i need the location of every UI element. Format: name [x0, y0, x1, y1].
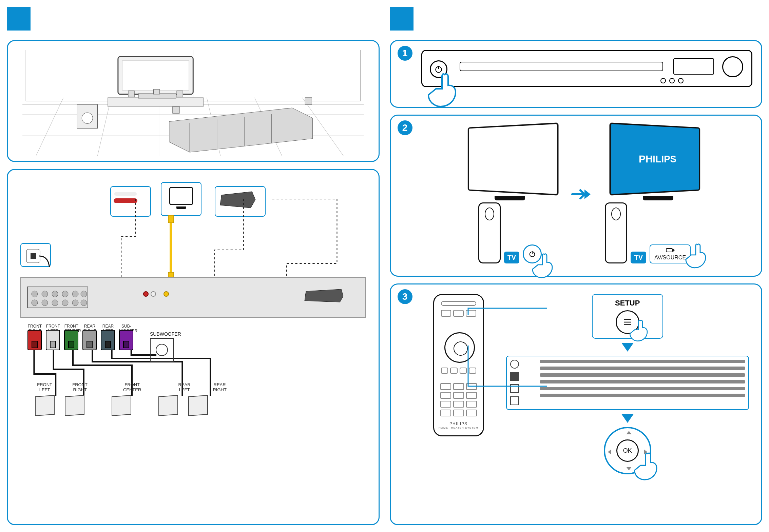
svg-marker-45	[305, 289, 343, 302]
panel-room-layout	[7, 40, 380, 162]
svg-rect-12	[122, 61, 189, 90]
setup-menu-screen	[506, 356, 749, 410]
svg-point-38	[81, 291, 87, 297]
svg-point-43	[72, 300, 78, 306]
speaker-labels-row: FRONT LEFT FRONT RIGHT FRONT CENTER REAR…	[35, 382, 230, 392]
subwoofer-label: SUBWOOFER	[150, 331, 181, 337]
display-panel	[673, 58, 714, 75]
next-icon[interactable]	[678, 78, 684, 83]
panel-step-2: 2 TV	[390, 115, 763, 277]
svg-rect-15	[128, 91, 134, 97]
svg-point-35	[52, 291, 58, 297]
remote-brand: PHILIPS	[434, 421, 483, 426]
tv-badge: TV	[504, 252, 520, 263]
tv-on: PHILIPS	[609, 122, 700, 196]
connector-front-right	[27, 330, 42, 350]
speaker-label: FRONT CENTER	[122, 382, 142, 392]
speaker-rear-left	[158, 395, 178, 416]
panel-wiring: FRONT RIGHT FRONT LEFT FRONT CENTER REAR…	[7, 169, 380, 525]
remote-keypad[interactable]	[440, 383, 477, 424]
arrow-down-icon	[621, 343, 634, 352]
connector-front-center	[64, 330, 78, 350]
right-step-header	[390, 7, 763, 31]
speaker-rear-right	[188, 395, 208, 416]
remote-mini	[605, 202, 627, 263]
speaker-label: REAR RIGHT	[210, 382, 230, 392]
tv-badge: TV	[631, 252, 646, 263]
svg-point-42	[62, 300, 68, 306]
prev-icon[interactable]	[660, 78, 666, 83]
ok-dial[interactable]: OK	[604, 427, 651, 474]
transport-controls	[660, 78, 684, 83]
svg-point-44	[81, 300, 87, 306]
hand-press-icon	[531, 253, 558, 280]
panel-step-3: 3	[390, 283, 763, 525]
hand-press-icon	[632, 452, 663, 482]
menu-speaker-icon	[510, 372, 519, 381]
speaker-front-right	[65, 395, 84, 416]
svg-point-36	[62, 291, 68, 297]
connector-rear-right	[82, 330, 97, 350]
connector-front-left	[46, 330, 60, 350]
menu-pref-icon	[510, 396, 519, 405]
speaker-label: REAR LEFT	[175, 382, 194, 392]
room-illustration	[13, 46, 373, 156]
menu-gear-icon	[510, 360, 519, 369]
connector-rear-left	[101, 330, 115, 350]
chevron-up-icon	[626, 431, 632, 434]
menu-display-icon	[510, 384, 519, 393]
panel-step-1: 1	[390, 40, 763, 108]
player-back-panel	[20, 277, 366, 318]
right-page: 1 2	[390, 7, 763, 525]
speaker-front-left	[35, 395, 55, 416]
step-badge-1: 1	[398, 46, 412, 61]
svg-point-41	[52, 300, 58, 306]
disc-slot[interactable]	[460, 62, 664, 71]
play-icon[interactable]	[669, 78, 675, 83]
left-page: FRONT RIGHT FRONT LEFT FRONT CENTER REAR…	[7, 7, 380, 525]
hand-press-icon	[628, 319, 652, 343]
left-step-header	[7, 7, 380, 31]
speaker-label: FRONT RIGHT	[70, 382, 90, 392]
speaker-row	[35, 396, 208, 415]
source-icon	[666, 247, 675, 253]
remote-mini	[478, 202, 501, 263]
left-step-square	[7, 7, 31, 31]
connector-subwoofer	[119, 330, 133, 350]
chevron-down-icon	[626, 467, 632, 470]
player-front	[421, 50, 753, 87]
tv-brand-text: PHILIPS	[639, 153, 676, 165]
svg-rect-13	[108, 98, 204, 106]
svg-rect-26	[305, 98, 312, 104]
remote-power-button[interactable]	[523, 244, 542, 263]
chevron-right-icon	[644, 449, 647, 455]
svg-point-33	[32, 291, 38, 297]
connector-row	[27, 330, 133, 350]
speaker-label: FRONT LEFT	[35, 382, 55, 392]
svg-point-40	[42, 300, 48, 306]
remote-subtitle: HOME THEATER SYSTEM	[434, 426, 483, 429]
svg-rect-16	[177, 91, 183, 97]
setup-callout: SETUP	[592, 294, 663, 339]
setup-button[interactable]	[616, 310, 639, 334]
svg-rect-17	[154, 90, 160, 94]
arrow-down-icon	[621, 414, 634, 423]
remote-big: PHILIPS HOME THEATER SYSTEM	[433, 294, 484, 436]
right-step-square	[390, 7, 414, 31]
setup-label: SETUP	[615, 299, 640, 308]
arrow-right-icon	[571, 188, 591, 201]
volume-knob[interactable]	[722, 56, 743, 77]
step-badge-3: 3	[398, 289, 412, 304]
ok-label: OK	[623, 447, 632, 454]
svg-point-34	[42, 291, 48, 297]
subwoofer-box	[150, 338, 174, 362]
av-source-label: AV/SOURCE	[654, 255, 686, 261]
hand-press-icon	[684, 243, 711, 270]
svg-point-39	[32, 300, 38, 306]
tv-off	[468, 122, 559, 196]
chevron-left-icon	[608, 449, 611, 455]
remote-ok-button[interactable]	[454, 341, 468, 356]
svg-point-19	[82, 113, 93, 123]
remote-nav-ring[interactable]	[444, 332, 475, 363]
hand-press-icon	[426, 73, 463, 110]
